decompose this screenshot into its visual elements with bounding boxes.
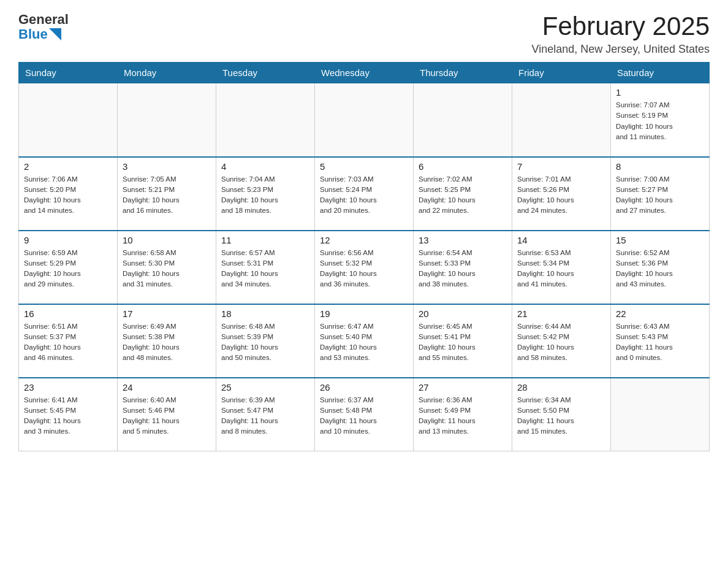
day-sun-info: Sunrise: 6:34 AM Sunset: 5:50 PM Dayligh… — [517, 395, 605, 437]
calendar-table: SundayMondayTuesdayWednesdayThursdayFrid… — [18, 62, 710, 451]
calendar-week-row: 23Sunrise: 6:41 AM Sunset: 5:45 PM Dayli… — [19, 378, 710, 451]
day-number: 4 — [221, 161, 309, 172]
calendar-cell: 22Sunrise: 6:43 AM Sunset: 5:43 PM Dayli… — [611, 304, 710, 378]
location-text: Vineland, New Jersey, United States — [532, 43, 710, 56]
calendar-cell — [611, 378, 710, 451]
calendar-week-row: 16Sunrise: 6:51 AM Sunset: 5:37 PM Dayli… — [19, 304, 710, 378]
calendar-cell: 13Sunrise: 6:54 AM Sunset: 5:33 PM Dayli… — [414, 231, 512, 304]
month-title: February 2025 — [532, 12, 710, 40]
calendar-cell: 3Sunrise: 7:05 AM Sunset: 5:21 PM Daylig… — [118, 157, 216, 231]
day-sun-info: Sunrise: 6:45 AM Sunset: 5:41 PM Dayligh… — [419, 321, 507, 364]
calendar-cell: 23Sunrise: 6:41 AM Sunset: 5:45 PM Dayli… — [19, 378, 118, 451]
day-number: 22 — [616, 308, 704, 319]
calendar-cell: 20Sunrise: 6:45 AM Sunset: 5:41 PM Dayli… — [414, 304, 512, 378]
day-sun-info: Sunrise: 6:40 AM Sunset: 5:46 PM Dayligh… — [123, 395, 211, 437]
day-sun-info: Sunrise: 6:36 AM Sunset: 5:49 PM Dayligh… — [419, 395, 507, 437]
calendar-cell: 26Sunrise: 6:37 AM Sunset: 5:48 PM Dayli… — [315, 378, 414, 451]
day-number: 8 — [616, 161, 704, 172]
day-number: 28 — [517, 382, 605, 393]
calendar-week-row: 1Sunrise: 7:07 AM Sunset: 5:19 PM Daylig… — [19, 83, 710, 157]
logo-general-text: General — [18, 12, 69, 27]
calendar-cell: 17Sunrise: 6:49 AM Sunset: 5:38 PM Dayli… — [118, 304, 216, 378]
day-sun-info: Sunrise: 6:44 AM Sunset: 5:42 PM Dayligh… — [517, 321, 605, 364]
calendar-cell: 8Sunrise: 7:00 AM Sunset: 5:27 PM Daylig… — [611, 157, 710, 231]
calendar-cell: 18Sunrise: 6:48 AM Sunset: 5:39 PM Dayli… — [216, 304, 315, 378]
page-header: General Blue February 2025 Vineland, New… — [18, 12, 710, 56]
calendar-cell — [19, 83, 118, 157]
day-number: 26 — [320, 382, 408, 393]
day-number: 19 — [320, 308, 408, 319]
day-sun-info: Sunrise: 7:02 AM Sunset: 5:25 PM Dayligh… — [419, 174, 507, 216]
calendar-cell — [216, 83, 315, 157]
calendar-cell: 28Sunrise: 6:34 AM Sunset: 5:50 PM Dayli… — [512, 378, 611, 451]
calendar-cell: 1Sunrise: 7:07 AM Sunset: 5:19 PM Daylig… — [611, 83, 710, 157]
calendar-cell: 5Sunrise: 7:03 AM Sunset: 5:24 PM Daylig… — [315, 157, 414, 231]
day-sun-info: Sunrise: 7:03 AM Sunset: 5:24 PM Dayligh… — [320, 174, 408, 216]
calendar-cell: 14Sunrise: 6:53 AM Sunset: 5:34 PM Dayli… — [512, 231, 611, 304]
calendar-cell: 12Sunrise: 6:56 AM Sunset: 5:32 PM Dayli… — [315, 231, 414, 304]
day-number: 10 — [123, 235, 211, 245]
day-number: 3 — [123, 161, 211, 172]
calendar-header-row: SundayMondayTuesdayWednesdayThursdayFrid… — [19, 63, 710, 83]
day-sun-info: Sunrise: 6:39 AM Sunset: 5:47 PM Dayligh… — [221, 395, 309, 437]
day-number: 18 — [221, 308, 309, 319]
logo: General Blue — [18, 12, 69, 42]
day-of-week-header: Monday — [118, 63, 216, 83]
day-number: 14 — [517, 235, 605, 245]
calendar-cell: 21Sunrise: 6:44 AM Sunset: 5:42 PM Dayli… — [512, 304, 611, 378]
day-number: 24 — [123, 382, 211, 393]
calendar-cell: 27Sunrise: 6:36 AM Sunset: 5:49 PM Dayli… — [414, 378, 512, 451]
day-sun-info: Sunrise: 6:56 AM Sunset: 5:32 PM Dayligh… — [320, 248, 408, 290]
calendar-cell: 7Sunrise: 7:01 AM Sunset: 5:26 PM Daylig… — [512, 157, 611, 231]
day-sun-info: Sunrise: 6:58 AM Sunset: 5:30 PM Dayligh… — [123, 248, 211, 290]
calendar-cell: 19Sunrise: 6:47 AM Sunset: 5:40 PM Dayli… — [315, 304, 414, 378]
day-sun-info: Sunrise: 6:47 AM Sunset: 5:40 PM Dayligh… — [320, 321, 408, 364]
day-of-week-header: Wednesday — [315, 63, 414, 83]
logo-triangle-icon — [49, 28, 61, 40]
day-number: 5 — [320, 161, 408, 172]
day-sun-info: Sunrise: 7:05 AM Sunset: 5:21 PM Dayligh… — [123, 174, 211, 216]
day-number: 11 — [221, 235, 309, 245]
day-of-week-header: Saturday — [611, 63, 710, 83]
day-number: 17 — [123, 308, 211, 319]
day-number: 13 — [419, 235, 507, 245]
calendar-cell: 15Sunrise: 6:52 AM Sunset: 5:36 PM Dayli… — [611, 231, 710, 304]
svg-marker-0 — [49, 28, 61, 40]
calendar-cell: 11Sunrise: 6:57 AM Sunset: 5:31 PM Dayli… — [216, 231, 315, 304]
day-sun-info: Sunrise: 6:52 AM Sunset: 5:36 PM Dayligh… — [616, 248, 704, 290]
day-sun-info: Sunrise: 7:04 AM Sunset: 5:23 PM Dayligh… — [221, 174, 309, 216]
calendar-cell: 2Sunrise: 7:06 AM Sunset: 5:20 PM Daylig… — [19, 157, 118, 231]
calendar-cell: 4Sunrise: 7:04 AM Sunset: 5:23 PM Daylig… — [216, 157, 315, 231]
day-of-week-header: Thursday — [414, 63, 512, 83]
day-sun-info: Sunrise: 7:00 AM Sunset: 5:27 PM Dayligh… — [616, 174, 704, 216]
day-sun-info: Sunrise: 6:37 AM Sunset: 5:48 PM Dayligh… — [320, 395, 408, 437]
day-sun-info: Sunrise: 6:57 AM Sunset: 5:31 PM Dayligh… — [221, 248, 309, 290]
calendar-cell — [414, 83, 512, 157]
calendar-cell: 25Sunrise: 6:39 AM Sunset: 5:47 PM Dayli… — [216, 378, 315, 451]
day-of-week-header: Sunday — [19, 63, 118, 83]
calendar-cell: 10Sunrise: 6:58 AM Sunset: 5:30 PM Dayli… — [118, 231, 216, 304]
day-sun-info: Sunrise: 6:53 AM Sunset: 5:34 PM Dayligh… — [517, 248, 605, 290]
day-number: 7 — [517, 161, 605, 172]
calendar-cell — [315, 83, 414, 157]
day-sun-info: Sunrise: 7:01 AM Sunset: 5:26 PM Dayligh… — [517, 174, 605, 216]
day-number: 25 — [221, 382, 309, 393]
day-number: 20 — [419, 308, 507, 319]
day-number: 9 — [24, 235, 112, 245]
day-number: 12 — [320, 235, 408, 245]
day-sun-info: Sunrise: 6:43 AM Sunset: 5:43 PM Dayligh… — [616, 321, 704, 364]
day-number: 23 — [24, 382, 112, 393]
day-sun-info: Sunrise: 6:48 AM Sunset: 5:39 PM Dayligh… — [221, 321, 309, 364]
day-number: 6 — [419, 161, 507, 172]
day-sun-info: Sunrise: 6:51 AM Sunset: 5:37 PM Dayligh… — [24, 321, 112, 364]
logo-blue-text: Blue — [18, 27, 48, 42]
day-sun-info: Sunrise: 6:54 AM Sunset: 5:33 PM Dayligh… — [419, 248, 507, 290]
calendar-week-row: 2Sunrise: 7:06 AM Sunset: 5:20 PM Daylig… — [19, 157, 710, 231]
calendar-cell: 6Sunrise: 7:02 AM Sunset: 5:25 PM Daylig… — [414, 157, 512, 231]
calendar-cell — [512, 83, 611, 157]
day-sun-info: Sunrise: 7:07 AM Sunset: 5:19 PM Dayligh… — [616, 100, 704, 142]
calendar-cell: 9Sunrise: 6:59 AM Sunset: 5:29 PM Daylig… — [19, 231, 118, 304]
calendar-cell: 16Sunrise: 6:51 AM Sunset: 5:37 PM Dayli… — [19, 304, 118, 378]
day-sun-info: Sunrise: 6:49 AM Sunset: 5:38 PM Dayligh… — [123, 321, 211, 364]
calendar-cell: 24Sunrise: 6:40 AM Sunset: 5:46 PM Dayli… — [118, 378, 216, 451]
